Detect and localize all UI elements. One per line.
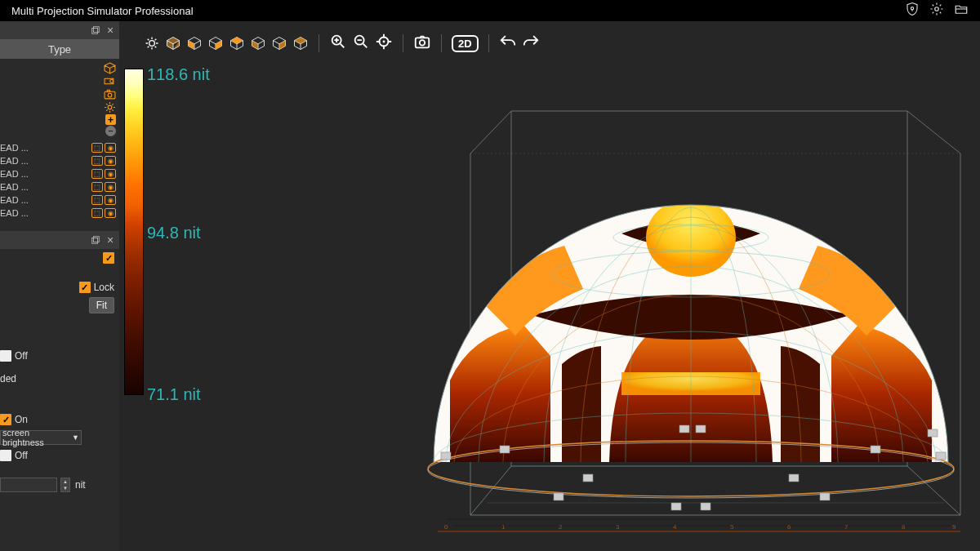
projector-row-icon: ⬚ — [91, 195, 103, 205]
svg-rect-8 — [107, 90, 109, 91]
legend-label-top: 118.6 nit — [147, 65, 210, 84]
panel-header-top: × — [0, 21, 119, 39]
app-title: Multi Projection Simulator Professional — [11, 5, 194, 17]
heatmap-legend — [124, 69, 144, 395]
view-cube-left-icon[interactable] — [229, 35, 245, 51]
svg-text:5: 5 — [730, 523, 734, 531]
list-item[interactable]: EAD ...⬚◉ — [0, 141, 119, 154]
projector-row-icon: ◉ — [105, 195, 116, 205]
checkbox-on[interactable]: ✓ — [0, 414, 11, 425]
close-icon[interactable]: × — [105, 234, 116, 246]
checkbox-off[interactable] — [0, 350, 11, 362]
svg-point-7 — [108, 93, 112, 97]
view-cube-right-icon[interactable] — [250, 35, 266, 51]
legend-label-bot: 71.1 nit — [147, 385, 201, 404]
projector-row-icon: ⬚ — [91, 169, 103, 179]
view-cube-back-icon[interactable] — [207, 35, 224, 51]
svg-rect-68 — [789, 474, 799, 482]
target-icon[interactable] — [375, 33, 393, 54]
titlebar: Multi Projection Simulator Professional — [0, 0, 980, 21]
list-item[interactable]: EAD ...⬚◉ — [0, 207, 119, 220]
stepper[interactable]: ▲▼ — [60, 478, 70, 492]
camera-snapshot-icon[interactable] — [413, 33, 431, 54]
svg-point-12 — [149, 41, 155, 47]
close-icon[interactable]: × — [105, 24, 116, 36]
redo-icon[interactable] — [522, 33, 540, 54]
legend-gradient — [124, 69, 144, 395]
projector-list: EAD ...⬚◉ EAD ...⬚◉ EAD ...⬚◉ EAD ...⬚◉ … — [0, 141, 119, 220]
projector-row-icon: ◉ — [105, 156, 116, 166]
fit-button[interactable]: Fit — [89, 297, 114, 313]
svg-rect-2 — [92, 28, 98, 33]
svg-rect-63 — [554, 493, 564, 500]
undo-icon[interactable] — [499, 33, 517, 54]
nit-input[interactable] — [0, 478, 57, 492]
viewport-3d[interactable]: 2D 118.6 nit 94.8 nit 71.1 nit — [119, 21, 980, 551]
view-cube-front-icon[interactable] — [186, 35, 203, 51]
properties-panel: ✓ ✓ Lock Fit Off ded ✓ On — [0, 249, 119, 494]
type-header: Type — [0, 39, 119, 59]
svg-text:2: 2 — [559, 523, 563, 531]
svg-rect-70 — [871, 446, 880, 453]
projector-row-icon: ⬚ — [91, 143, 103, 153]
brightness-select[interactable]: screen brightness ▼ — [0, 430, 82, 445]
svg-text:9: 9 — [952, 523, 956, 531]
svg-text:3: 3 — [616, 523, 620, 531]
projector-row-icon: ⬚ — [91, 208, 103, 218]
svg-point-5 — [110, 80, 114, 83]
plus-icon[interactable]: + — [105, 114, 116, 125]
list-item[interactable]: EAD ...⬚◉ — [0, 193, 119, 207]
2d-toggle[interactable]: 2D — [452, 35, 479, 52]
minus-icon[interactable]: – — [105, 126, 116, 136]
svg-rect-72 — [936, 452, 946, 460]
panel-header-props: × — [0, 231, 119, 249]
svg-point-16 — [383, 41, 385, 43]
cube-icon[interactable] — [104, 62, 116, 74]
projector-icon[interactable] — [104, 75, 116, 87]
left-sidebar: × Type + – EAD ...⬚◉ EAD ...⬚◉ EAD ...⬚◉… — [0, 21, 119, 551]
svg-rect-69 — [820, 493, 830, 500]
lock-checkbox[interactable]: ✓ — [79, 282, 91, 293]
zoom-in-icon[interactable] — [329, 33, 347, 54]
undock-icon[interactable] — [90, 24, 101, 36]
undock-icon[interactable] — [90, 234, 101, 246]
svg-rect-71 — [928, 429, 938, 437]
checkbox-off-2[interactable] — [0, 450, 11, 461]
svg-text:4: 4 — [673, 523, 677, 531]
checkbox[interactable]: ✓ — [103, 252, 114, 264]
gear-icon[interactable] — [929, 2, 944, 20]
list-item[interactable]: EAD ...⬚◉ — [0, 180, 119, 193]
view-cube-iso-icon[interactable] — [165, 35, 181, 51]
projector-row-icon: ◉ — [105, 182, 116, 192]
zoom-out-icon[interactable] — [352, 33, 370, 54]
svg-rect-62 — [583, 474, 593, 482]
view-cube-top-icon[interactable] — [271, 35, 287, 51]
svg-text:8: 8 — [902, 523, 906, 531]
svg-rect-10 — [92, 238, 98, 243]
svg-rect-66 — [679, 425, 689, 433]
off-label: Off — [15, 350, 28, 362]
view-cube-bottom-icon[interactable] — [292, 35, 309, 51]
list-item[interactable]: EAD ...⬚◉ — [0, 167, 119, 180]
shield-icon[interactable] — [905, 2, 920, 20]
svg-point-1 — [935, 7, 939, 11]
svg-text:6: 6 — [787, 523, 791, 531]
on-label: On — [15, 414, 28, 425]
list-item[interactable]: EAD ...⬚◉ — [0, 154, 119, 167]
type-icon-stack: + – — [0, 59, 119, 141]
svg-rect-61 — [500, 446, 510, 453]
projector-row-icon: ◉ — [105, 208, 116, 218]
projector-row-icon: ⬚ — [91, 156, 103, 166]
scene-render: 15 14 13 12 11 10 9 8 7 6 5 4 3 2 1 — [340, 62, 980, 535]
svg-rect-67 — [696, 425, 706, 433]
camera-icon[interactable] — [104, 88, 116, 100]
folder-icon[interactable] — [954, 2, 969, 20]
unit-label: nit — [75, 479, 86, 491]
projector-row-icon: ◉ — [105, 143, 116, 153]
sun-icon[interactable] — [104, 101, 116, 113]
view-settings-icon[interactable] — [144, 35, 160, 51]
svg-rect-65 — [701, 503, 710, 510]
svg-rect-64 — [671, 503, 681, 510]
svg-point-9 — [108, 105, 112, 109]
viewport-toolbar: 2D — [144, 33, 540, 54]
